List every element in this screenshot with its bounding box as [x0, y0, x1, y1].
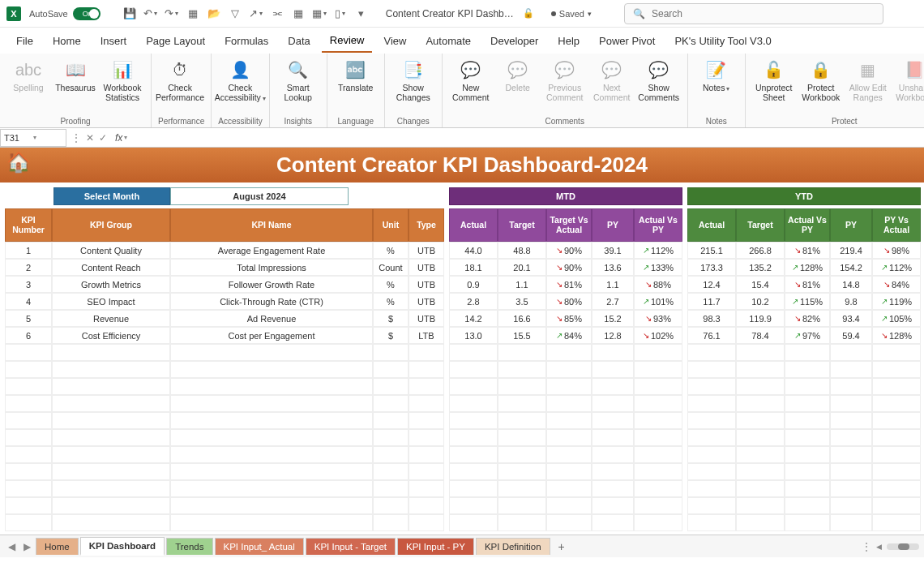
empty-cell[interactable]	[592, 463, 634, 480]
fx-label[interactable]: fx	[112, 132, 122, 144]
name-box[interactable]: T31▾	[0, 129, 66, 147]
cell-mtd-avpy[interactable]: ↘88%	[634, 276, 682, 293]
empty-cell[interactable]	[52, 514, 170, 531]
cell-ytd-avpy[interactable]: ↘128%	[872, 327, 921, 344]
empty-cell[interactable]	[5, 497, 52, 514]
empty-cell[interactable]	[634, 514, 682, 531]
border-icon[interactable]: ▦	[292, 7, 305, 20]
tab-data[interactable]: Data	[280, 30, 318, 52]
cell-kpi-num[interactable]: 2	[5, 259, 52, 276]
sheet-input-target[interactable]: KPI Input - Target	[306, 538, 396, 555]
tab-view[interactable]: View	[375, 30, 414, 52]
empty-cell[interactable]	[449, 344, 498, 361]
empty-cell[interactable]	[546, 446, 592, 463]
empty-cell[interactable]	[5, 514, 52, 531]
dropdown-icon[interactable]: ⋮	[71, 132, 81, 144]
empty-cell[interactable]	[872, 463, 921, 480]
empty-cell[interactable]	[687, 361, 736, 378]
cell-unit[interactable]: Count	[373, 259, 409, 276]
empty-cell[interactable]	[52, 429, 170, 446]
notes-button[interactable]: 📝Notes	[695, 57, 738, 94]
empty-cell[interactable]	[872, 395, 921, 412]
empty-cell[interactable]	[830, 395, 872, 412]
redo-button[interactable]: ↷	[165, 7, 178, 20]
cell-mtd-tva[interactable]: ↘85%	[546, 310, 592, 327]
empty-cell[interactable]	[872, 514, 921, 531]
privacy-icon[interactable]: 🔓	[522, 7, 535, 20]
empty-cell[interactable]	[592, 395, 634, 412]
empty-cell[interactable]	[736, 395, 785, 412]
empty-cell[interactable]	[170, 463, 373, 480]
empty-cell[interactable]	[498, 497, 546, 514]
cell-ytd-py[interactable]: 14.8	[830, 276, 872, 293]
autosave-toggle[interactable]: AutoSave On	[29, 7, 115, 20]
cell-mtd-actual[interactable]: 14.2	[449, 310, 498, 327]
cell-mtd-py[interactable]: 39.1	[592, 242, 634, 259]
cell-kpi-name[interactable]: Follower Growth Rate	[170, 276, 373, 293]
empty-cell[interactable]	[170, 395, 373, 412]
undo-button[interactable]: ↶	[144, 7, 157, 20]
cell-mtd-tva[interactable]: ↗84%	[546, 327, 592, 344]
cell-ytd-actual[interactable]: 173.3	[687, 259, 736, 276]
empty-cell[interactable]	[785, 395, 830, 412]
cell-mtd-tva[interactable]: ↘90%	[546, 259, 592, 276]
empty-cell[interactable]	[52, 412, 170, 429]
empty-cell[interactable]	[736, 344, 785, 361]
empty-cell[interactable]	[736, 378, 785, 395]
empty-cell[interactable]	[736, 514, 785, 531]
empty-cell[interactable]	[409, 378, 444, 395]
empty-cell[interactable]	[449, 514, 498, 531]
empty-cell[interactable]	[634, 429, 682, 446]
cell-mtd-actual[interactable]: 18.1	[449, 259, 498, 276]
cell-kpi-group[interactable]: SEO Impact	[52, 293, 170, 310]
share-icon[interactable]: ↗	[250, 7, 263, 20]
tab-page-layout[interactable]: Page Layout	[138, 30, 213, 52]
empty-cell[interactable]	[5, 446, 52, 463]
empty-cell[interactable]	[736, 497, 785, 514]
cell-ytd-py[interactable]: 219.4	[830, 242, 872, 259]
empty-cell[interactable]	[498, 361, 546, 378]
empty-cell[interactable]	[449, 463, 498, 480]
empty-cell[interactable]	[830, 514, 872, 531]
cell-ytd-target[interactable]: 119.9	[736, 310, 785, 327]
select-month-value[interactable]: August 2024	[170, 187, 349, 205]
cell-ytd-avpy[interactable]: ↗112%	[872, 259, 921, 276]
cell-mtd-py[interactable]: 2.7	[592, 293, 634, 310]
cell-kpi-group[interactable]: Content Quality	[52, 242, 170, 259]
empty-cell[interactable]	[546, 395, 592, 412]
empty-cell[interactable]	[634, 378, 682, 395]
tab-automate[interactable]: Automate	[417, 30, 479, 52]
empty-cell[interactable]	[634, 480, 682, 497]
empty-cell[interactable]	[546, 344, 592, 361]
empty-cell[interactable]	[592, 344, 634, 361]
empty-cell[interactable]	[687, 395, 736, 412]
empty-cell[interactable]	[52, 497, 170, 514]
empty-cell[interactable]	[546, 412, 592, 429]
cell-kpi-name[interactable]: Cost per Engagement	[170, 327, 373, 344]
empty-cell[interactable]	[872, 446, 921, 463]
empty-cell[interactable]	[634, 361, 682, 378]
empty-cell[interactable]	[52, 378, 170, 395]
empty-cell[interactable]	[546, 463, 592, 480]
cell-kpi-num[interactable]: 6	[5, 327, 52, 344]
cell-type[interactable]: UTB	[409, 259, 444, 276]
cell-unit[interactable]: %	[373, 276, 409, 293]
cell-unit[interactable]: $	[373, 327, 409, 344]
empty-cell[interactable]	[409, 429, 444, 446]
tab-file[interactable]: File	[8, 30, 41, 52]
cell-kpi-num[interactable]: 3	[5, 276, 52, 293]
empty-cell[interactable]	[736, 480, 785, 497]
cell-unit[interactable]: %	[373, 293, 409, 310]
empty-cell[interactable]	[687, 480, 736, 497]
h-scrollbar[interactable]	[887, 543, 919, 550]
cell-kpi-name[interactable]: Total Impressions	[170, 259, 373, 276]
new-comment-button[interactable]: 💬New Comment	[449, 57, 493, 104]
cell-mtd-actual[interactable]: 0.9	[449, 276, 498, 293]
cell-mtd-avpy[interactable]: ↗101%	[634, 293, 682, 310]
empty-cell[interactable]	[785, 429, 830, 446]
empty-cell[interactable]	[872, 412, 921, 429]
cell-ytd-tva[interactable]: ↗128%	[785, 259, 830, 276]
translate-button[interactable]: 🔤Translate	[334, 57, 378, 94]
cell-kpi-name[interactable]: Click-Through Rate (CTR)	[170, 293, 373, 310]
tab-formulas[interactable]: Formulas	[216, 30, 276, 52]
